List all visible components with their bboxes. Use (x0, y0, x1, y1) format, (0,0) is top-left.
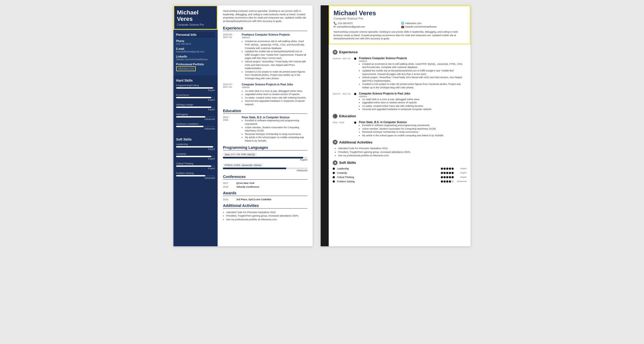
exp-date2: 2016-06 - 2017-10 (333, 57, 351, 89)
conf-item-2: 2016 Velocity Conference (223, 186, 307, 188)
skill-bar (176, 175, 205, 176)
dot-filled (452, 176, 454, 178)
exp-date: 2016-06 - 2017-10 (223, 33, 239, 80)
exp-bullets2: Created an ecommerce site to sell walkin… (359, 62, 467, 89)
experience-title-2: ⚙ Experience (333, 50, 467, 55)
dot-filled (449, 180, 451, 183)
skill-level: Advanced (176, 127, 215, 130)
skill-programming: Programming/Coding Expert (176, 84, 215, 92)
programming-title: Programming Languages (223, 145, 307, 150)
objective-text: Hard-working computer science specialist… (223, 9, 307, 23)
resume-1: Michael Veres Computer Science Pro Perso… (173, 5, 313, 246)
lang-name: Java, C++, C#, PHP, MySQL (223, 153, 257, 156)
skill-name: Problem Solving (176, 172, 215, 175)
sidebar-header: Michael Veres Computer Science Pro (173, 5, 218, 30)
email-label: E-mail (176, 47, 215, 50)
dot-filled (452, 172, 454, 174)
activities-title: Additional Activities (223, 203, 307, 209)
experience-title: Experience (223, 26, 307, 31)
name-1: Michael Veres (177, 9, 214, 22)
title-2: Computer Science Pro (334, 17, 466, 20)
skill-level: Expert (176, 167, 215, 170)
contact-grid: 📞 215-290-8372 🌐 mikeveres.com ✉ michael… (334, 22, 466, 28)
dot-filled (444, 168, 446, 170)
contact-website: 🌐 mikeveres.com (401, 22, 466, 25)
exp-item-2: 2012-07 - 2017-10 Computer Science Proje… (223, 83, 307, 106)
soft-skill2-problem-solving: Problem Solving Advanced (333, 180, 467, 183)
skill-bar-bg (176, 116, 215, 118)
dot-filled (444, 180, 446, 183)
contact-email: ✉ michaelfveres@gmail.com (334, 25, 398, 28)
activities-title-2: ★ Additional Activities (333, 140, 467, 145)
skill-name: Programming/Coding (176, 84, 215, 87)
conf-name: QCon New York (236, 182, 254, 184)
exp-date: 2012-07 - 2017-10 (223, 83, 239, 106)
skill-name: Ecommerce (176, 94, 215, 96)
education-title: Education (223, 109, 307, 114)
skill2-level: Expert (456, 172, 467, 174)
skill-bar-bg (176, 156, 215, 157)
skill-bar (176, 126, 203, 127)
dot-empty (452, 180, 454, 183)
awards-title: Awards (223, 191, 307, 196)
sidebar-1: Michael Veres Computer Science Pro Perso… (173, 5, 218, 246)
edu-date2: 2012 - 2016 (333, 121, 351, 137)
conf-item-1: 2017 QCon New York (223, 182, 307, 184)
soft-skill-problem-solving: Problem Solving Advanced (176, 172, 215, 179)
experience-title-text: Experience (339, 50, 358, 54)
lang-item-2: HTML5, CSS3, Javascript, JQuery Advanced (223, 163, 307, 172)
conferences-title: Conferences (223, 175, 307, 180)
skill-webapp: Webapp Design Expert (176, 103, 215, 111)
skill-bar (176, 87, 213, 89)
dot-filled (441, 176, 443, 178)
activity-item: Attended Code For Princeton Hackathon 20… (226, 211, 307, 214)
exp-subtitle: Various (242, 86, 307, 89)
award-year: 2016 (223, 198, 234, 201)
dot-filled (441, 180, 443, 183)
lang-level: Advanced (223, 169, 307, 172)
exp-item-1: 2016-06 - 2017-10 Freelance Computer Sci… (223, 33, 307, 80)
exp-item2-2: 2012-07 - 2017-10 Computer Science Proje… (333, 92, 467, 111)
skill-bar-bg (176, 175, 215, 176)
skill2-level: Expert (456, 167, 467, 170)
soft-skill2-name: Leadership (337, 167, 439, 170)
skill-level: Expert (176, 157, 215, 160)
dot-filled (449, 172, 451, 174)
personal-info: Personal Info Phone 215-290-8372 E-mail … (173, 30, 218, 75)
skill-bar (176, 146, 213, 148)
award-item-1: 2016 3rd Place, SpOJ.com CodeWar (223, 198, 307, 201)
conf-year: 2017 (223, 182, 234, 184)
skill-bar (176, 107, 211, 108)
exp-item2-1: 2016-06 - 2017-10 Freelance Computer Sci… (333, 57, 467, 89)
phone-icon: 📞 (334, 22, 337, 25)
soft-skill2-name: Creativity (337, 172, 439, 174)
dot-filled (446, 180, 448, 183)
dot-rating (441, 172, 454, 174)
phone-label: Phone (176, 40, 215, 43)
exp-title2: Computer Science Projects in Past Jobs (359, 92, 432, 95)
title-1: Computer Science Pro (177, 23, 214, 26)
exp-bullets: As retail clerk in a mom & pop, debugged… (242, 89, 307, 106)
skill-bar (176, 97, 211, 98)
edu-content: Penn State, B.S. in Computer Science Exc… (242, 116, 307, 142)
education-icon: 🎓 (333, 114, 338, 119)
lang-level: Expert (223, 158, 307, 161)
conf-year: 2016 (223, 186, 234, 188)
website-text: mikeveres.com (405, 22, 422, 25)
skill-bar-bg (176, 97, 215, 98)
contact-phone: 📞 215-290-8372 (334, 22, 398, 25)
exp-sub2: Various (359, 95, 432, 98)
header-2: Michael Veres Computer Science Pro 📞 215… (329, 5, 471, 44)
exp-content: Freelance Computer Science Projects Vari… (242, 33, 307, 80)
activity2-item: President, TrogdorPenn gaming group. Inc… (338, 150, 467, 154)
activity-item: President, TrogdorPenn gaming group. Inc… (226, 214, 307, 218)
edu-item-1: 2012 - 2016 Penn State, B.S. in Computer… (223, 116, 307, 142)
soft-dot (333, 176, 335, 178)
exp-content: Computer Science Projects in Past Jobs V… (242, 83, 307, 106)
skill-bar-bg (176, 146, 215, 148)
linkedin-value: linkedin.com/in/michaelfveres (176, 58, 215, 61)
skill-level: Advanced (176, 177, 215, 179)
portfolio-value: mikeveres.com (176, 66, 196, 71)
contact-linkedin: 💼 linkedin.com/in/michaelfveres (401, 25, 466, 28)
dot-filled (452, 168, 454, 170)
